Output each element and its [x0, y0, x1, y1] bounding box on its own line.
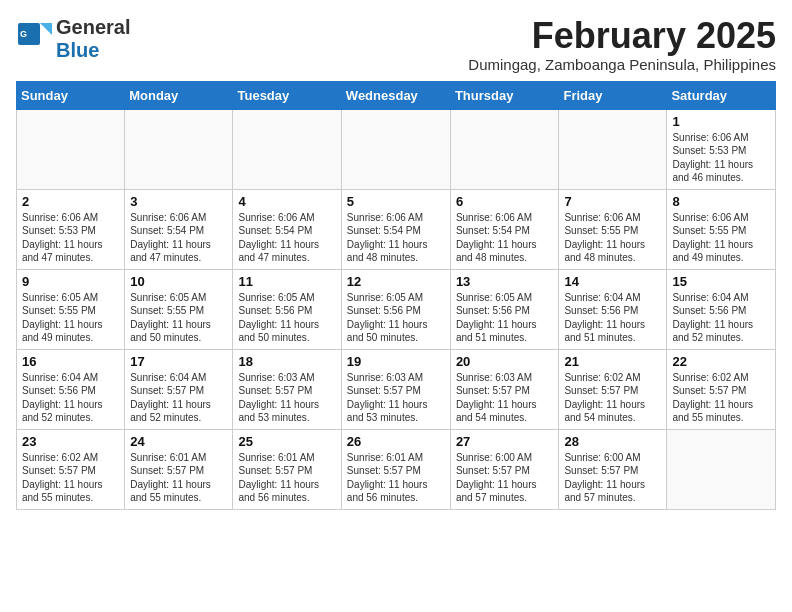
day-number: 22 — [672, 354, 770, 369]
page-header: G General Blue February 2025 Dumingag, Z… — [16, 16, 776, 73]
logo-icon: G — [16, 21, 52, 57]
calendar-cell — [559, 109, 667, 189]
day-info: Sunrise: 6:01 AM Sunset: 5:57 PM Dayligh… — [347, 451, 445, 505]
day-info: Sunrise: 6:03 AM Sunset: 5:57 PM Dayligh… — [347, 371, 445, 425]
day-number: 24 — [130, 434, 227, 449]
calendar-cell: 15Sunrise: 6:04 AM Sunset: 5:56 PM Dayli… — [667, 269, 776, 349]
calendar-table: SundayMondayTuesdayWednesdayThursdayFrid… — [16, 81, 776, 510]
calendar-cell: 12Sunrise: 6:05 AM Sunset: 5:56 PM Dayli… — [341, 269, 450, 349]
day-number: 12 — [347, 274, 445, 289]
calendar-cell: 6Sunrise: 6:06 AM Sunset: 5:54 PM Daylig… — [450, 189, 559, 269]
calendar-cell — [233, 109, 341, 189]
day-number: 14 — [564, 274, 661, 289]
day-info: Sunrise: 6:02 AM Sunset: 5:57 PM Dayligh… — [22, 451, 119, 505]
day-number: 1 — [672, 114, 770, 129]
month-title: February 2025 — [468, 16, 776, 56]
logo-blue: Blue — [56, 39, 99, 61]
day-info: Sunrise: 6:05 AM Sunset: 5:56 PM Dayligh… — [456, 291, 554, 345]
day-number: 20 — [456, 354, 554, 369]
calendar-week-row: 1Sunrise: 6:06 AM Sunset: 5:53 PM Daylig… — [17, 109, 776, 189]
calendar-cell: 20Sunrise: 6:03 AM Sunset: 5:57 PM Dayli… — [450, 349, 559, 429]
day-info: Sunrise: 6:02 AM Sunset: 5:57 PM Dayligh… — [564, 371, 661, 425]
day-info: Sunrise: 6:05 AM Sunset: 5:55 PM Dayligh… — [22, 291, 119, 345]
day-number: 5 — [347, 194, 445, 209]
calendar-cell: 26Sunrise: 6:01 AM Sunset: 5:57 PM Dayli… — [341, 429, 450, 509]
day-info: Sunrise: 6:04 AM Sunset: 5:56 PM Dayligh… — [22, 371, 119, 425]
title-area: February 2025 Dumingag, Zamboanga Penins… — [468, 16, 776, 73]
calendar-cell: 13Sunrise: 6:05 AM Sunset: 5:56 PM Dayli… — [450, 269, 559, 349]
calendar-cell: 7Sunrise: 6:06 AM Sunset: 5:55 PM Daylig… — [559, 189, 667, 269]
calendar-cell — [17, 109, 125, 189]
calendar-cell — [125, 109, 233, 189]
calendar-cell: 4Sunrise: 6:06 AM Sunset: 5:54 PM Daylig… — [233, 189, 341, 269]
day-info: Sunrise: 6:06 AM Sunset: 5:53 PM Dayligh… — [672, 131, 770, 185]
calendar-cell: 25Sunrise: 6:01 AM Sunset: 5:57 PM Dayli… — [233, 429, 341, 509]
calendar-cell: 11Sunrise: 6:05 AM Sunset: 5:56 PM Dayli… — [233, 269, 341, 349]
calendar-cell: 3Sunrise: 6:06 AM Sunset: 5:54 PM Daylig… — [125, 189, 233, 269]
day-number: 17 — [130, 354, 227, 369]
day-number: 25 — [238, 434, 335, 449]
calendar-cell: 14Sunrise: 6:04 AM Sunset: 5:56 PM Dayli… — [559, 269, 667, 349]
day-number: 16 — [22, 354, 119, 369]
svg-marker-1 — [40, 23, 52, 35]
calendar-cell: 16Sunrise: 6:04 AM Sunset: 5:56 PM Dayli… — [17, 349, 125, 429]
calendar-cell: 8Sunrise: 6:06 AM Sunset: 5:55 PM Daylig… — [667, 189, 776, 269]
calendar-cell — [450, 109, 559, 189]
calendar-cell: 17Sunrise: 6:04 AM Sunset: 5:57 PM Dayli… — [125, 349, 233, 429]
day-info: Sunrise: 6:06 AM Sunset: 5:53 PM Dayligh… — [22, 211, 119, 265]
weekday-header: Sunday — [17, 81, 125, 109]
day-info: Sunrise: 6:00 AM Sunset: 5:57 PM Dayligh… — [456, 451, 554, 505]
calendar-cell: 23Sunrise: 6:02 AM Sunset: 5:57 PM Dayli… — [17, 429, 125, 509]
day-info: Sunrise: 6:04 AM Sunset: 5:57 PM Dayligh… — [130, 371, 227, 425]
day-info: Sunrise: 6:04 AM Sunset: 5:56 PM Dayligh… — [564, 291, 661, 345]
calendar-week-row: 23Sunrise: 6:02 AM Sunset: 5:57 PM Dayli… — [17, 429, 776, 509]
day-info: Sunrise: 6:02 AM Sunset: 5:57 PM Dayligh… — [672, 371, 770, 425]
day-number: 3 — [130, 194, 227, 209]
day-number: 10 — [130, 274, 227, 289]
day-info: Sunrise: 6:06 AM Sunset: 5:54 PM Dayligh… — [347, 211, 445, 265]
day-info: Sunrise: 6:03 AM Sunset: 5:57 PM Dayligh… — [238, 371, 335, 425]
day-info: Sunrise: 6:05 AM Sunset: 5:56 PM Dayligh… — [238, 291, 335, 345]
day-info: Sunrise: 6:06 AM Sunset: 5:55 PM Dayligh… — [564, 211, 661, 265]
day-number: 28 — [564, 434, 661, 449]
day-info: Sunrise: 6:06 AM Sunset: 5:54 PM Dayligh… — [130, 211, 227, 265]
weekday-header: Thursday — [450, 81, 559, 109]
day-number: 23 — [22, 434, 119, 449]
calendar-cell: 22Sunrise: 6:02 AM Sunset: 5:57 PM Dayli… — [667, 349, 776, 429]
calendar-cell: 24Sunrise: 6:01 AM Sunset: 5:57 PM Dayli… — [125, 429, 233, 509]
calendar-cell: 10Sunrise: 6:05 AM Sunset: 5:55 PM Dayli… — [125, 269, 233, 349]
day-number: 19 — [347, 354, 445, 369]
day-number: 9 — [22, 274, 119, 289]
calendar-cell — [667, 429, 776, 509]
calendar-cell: 21Sunrise: 6:02 AM Sunset: 5:57 PM Dayli… — [559, 349, 667, 429]
day-number: 6 — [456, 194, 554, 209]
calendar-cell: 19Sunrise: 6:03 AM Sunset: 5:57 PM Dayli… — [341, 349, 450, 429]
day-info: Sunrise: 6:06 AM Sunset: 5:54 PM Dayligh… — [456, 211, 554, 265]
day-number: 27 — [456, 434, 554, 449]
weekday-header: Tuesday — [233, 81, 341, 109]
weekday-header: Friday — [559, 81, 667, 109]
day-info: Sunrise: 6:06 AM Sunset: 5:55 PM Dayligh… — [672, 211, 770, 265]
calendar-cell: 2Sunrise: 6:06 AM Sunset: 5:53 PM Daylig… — [17, 189, 125, 269]
calendar-cell: 28Sunrise: 6:00 AM Sunset: 5:57 PM Dayli… — [559, 429, 667, 509]
calendar-week-row: 9Sunrise: 6:05 AM Sunset: 5:55 PM Daylig… — [17, 269, 776, 349]
day-info: Sunrise: 6:03 AM Sunset: 5:57 PM Dayligh… — [456, 371, 554, 425]
logo: G General Blue — [16, 16, 130, 62]
calendar-cell: 18Sunrise: 6:03 AM Sunset: 5:57 PM Dayli… — [233, 349, 341, 429]
weekday-header: Wednesday — [341, 81, 450, 109]
calendar-week-row: 2Sunrise: 6:06 AM Sunset: 5:53 PM Daylig… — [17, 189, 776, 269]
svg-text:G: G — [20, 29, 27, 39]
day-number: 18 — [238, 354, 335, 369]
day-number: 21 — [564, 354, 661, 369]
day-number: 26 — [347, 434, 445, 449]
day-info: Sunrise: 6:06 AM Sunset: 5:54 PM Dayligh… — [238, 211, 335, 265]
calendar-week-row: 16Sunrise: 6:04 AM Sunset: 5:56 PM Dayli… — [17, 349, 776, 429]
weekday-header: Monday — [125, 81, 233, 109]
day-info: Sunrise: 6:04 AM Sunset: 5:56 PM Dayligh… — [672, 291, 770, 345]
day-number: 7 — [564, 194, 661, 209]
day-info: Sunrise: 6:01 AM Sunset: 5:57 PM Dayligh… — [130, 451, 227, 505]
day-info: Sunrise: 6:00 AM Sunset: 5:57 PM Dayligh… — [564, 451, 661, 505]
calendar-cell: 5Sunrise: 6:06 AM Sunset: 5:54 PM Daylig… — [341, 189, 450, 269]
day-number: 11 — [238, 274, 335, 289]
calendar-header-row: SundayMondayTuesdayWednesdayThursdayFrid… — [17, 81, 776, 109]
